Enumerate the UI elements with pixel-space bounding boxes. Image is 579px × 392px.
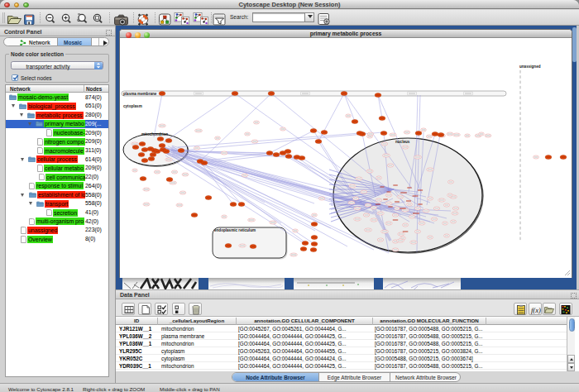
svg-text:f(x): f(x)	[531, 305, 541, 313]
svg-text:cytoplasm: cytoplasm	[123, 104, 142, 108]
svg-text:mitochondrion: mitochondrion	[141, 132, 168, 136]
svg-text:endoplasmic reticulum: endoplasmic reticulum	[214, 228, 256, 232]
svg-text:nucleus: nucleus	[395, 140, 410, 144]
svg-text:unassigned: unassigned	[519, 65, 541, 69]
svg-text:plasma membrane: plasma membrane	[123, 92, 157, 96]
